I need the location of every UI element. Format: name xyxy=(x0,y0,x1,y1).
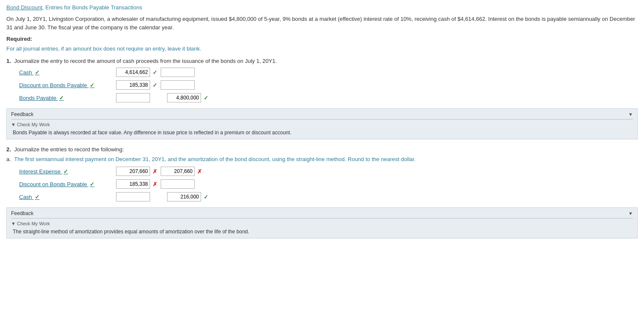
feedback-box-q2a: Feedback ▼ ▼ Check My Work The straight-… xyxy=(6,207,638,238)
bond-discount-link[interactable]: Bond Discount xyxy=(6,4,43,11)
table-row: Bonds Payable ✓ ✓ xyxy=(19,93,638,102)
page-container: Bond Discount, Entries for Bonds Payable… xyxy=(6,4,638,238)
required-label: Required: xyxy=(6,36,638,42)
intro-text: On July 1, 20Y1, Livingston Corporation,… xyxy=(6,15,638,31)
account-name-cash-q1[interactable]: Cash ✓ xyxy=(19,69,113,76)
interest-debit-input-q2[interactable] xyxy=(116,167,150,176)
feedback-text-q2a: The straight-line method of amortization… xyxy=(11,228,633,235)
check-my-work-q1: ▼ Check My Work xyxy=(11,122,633,127)
question2-header: 2. Journalize the entries to record the … xyxy=(6,146,638,153)
feedback-header-q2a: Feedback ▼ xyxy=(11,210,633,218)
table-row: Interest Expense ✓ ✗ ✗ xyxy=(19,167,638,176)
feedback-box-q1: Feedback ▼ ▼ Check My Work Bonds Payable… xyxy=(6,108,638,139)
discount-debit-input-q1[interactable] xyxy=(116,80,150,90)
feedback-chevron-q1[interactable]: ▼ xyxy=(628,112,633,117)
bonds-debit-input-q1[interactable] xyxy=(116,93,150,102)
feedback-header-q1: Feedback ▼ xyxy=(11,111,633,119)
check-my-work-q2a: ▼ Check My Work xyxy=(11,221,633,226)
interest-credit-status-q2: ✗ xyxy=(197,168,202,175)
cash-debit-input-q2[interactable] xyxy=(116,192,150,201)
cash-credit-input-q2[interactable] xyxy=(167,192,201,201)
discount-debit-status-q2: ✗ xyxy=(153,181,157,187)
bonds-credit-input-q1[interactable] xyxy=(167,93,201,102)
interest-credit-input-q2[interactable] xyxy=(161,167,195,176)
interest-debit-status-q2: ✗ xyxy=(153,168,157,175)
cash-credit-input-q1[interactable] xyxy=(161,68,195,77)
feedback-label-q1: Feedback xyxy=(11,111,34,117)
question2a-entries: Interest Expense ✓ ✗ ✗ Discount on Bonds… xyxy=(6,167,638,201)
cash-credit-status-q2: ✓ xyxy=(204,194,208,200)
question1-entries: Cash ✓ ✓ Discount on Bonds Payable ✓ ✓ B… xyxy=(6,68,638,102)
discount-credit-input-q1[interactable] xyxy=(161,80,195,90)
instruction-text: For all journal entries, if an amount bo… xyxy=(6,45,638,52)
discount-credit-input-q2[interactable] xyxy=(161,179,195,189)
discount-debit-status-q1: ✓ xyxy=(153,82,157,88)
feedback-label-q2a: Feedback xyxy=(11,210,34,216)
table-row: Discount on Bonds Payable ✓ ✗ xyxy=(19,179,638,189)
account-name-discount-q2[interactable]: Discount on Bonds Payable ✓ xyxy=(19,181,113,187)
account-name-bonds-q1[interactable]: Bonds Payable ✓ xyxy=(19,95,113,101)
bonds-credit-status-q1: ✓ xyxy=(204,95,208,101)
table-row: Discount on Bonds Payable ✓ ✓ xyxy=(19,80,638,90)
cash-debit-input-q1[interactable] xyxy=(116,68,150,77)
cash-debit-status-q1: ✓ xyxy=(153,69,157,76)
table-row: Cash ✓ ✓ xyxy=(19,192,638,201)
account-name-interest-q2[interactable]: Interest Expense ✓ xyxy=(19,168,113,175)
account-name-cash-q2[interactable]: Cash ✓ xyxy=(19,194,113,200)
table-row: Cash ✓ ✓ xyxy=(19,68,638,77)
feedback-chevron-q2a[interactable]: ▼ xyxy=(628,211,633,216)
page-title: Bond Discount, Entries for Bonds Payable… xyxy=(6,4,638,11)
question1-header: 1. Journalize the entry to record the am… xyxy=(6,58,638,64)
feedback-text-q1: Bonds Payable is always recorded at face… xyxy=(11,129,633,136)
question2-sub-a: a. The first semiannual interest payment… xyxy=(6,156,638,162)
discount-debit-input-q2[interactable] xyxy=(116,179,150,189)
account-name-discount-q1[interactable]: Discount on Bonds Payable ✓ xyxy=(19,82,113,88)
